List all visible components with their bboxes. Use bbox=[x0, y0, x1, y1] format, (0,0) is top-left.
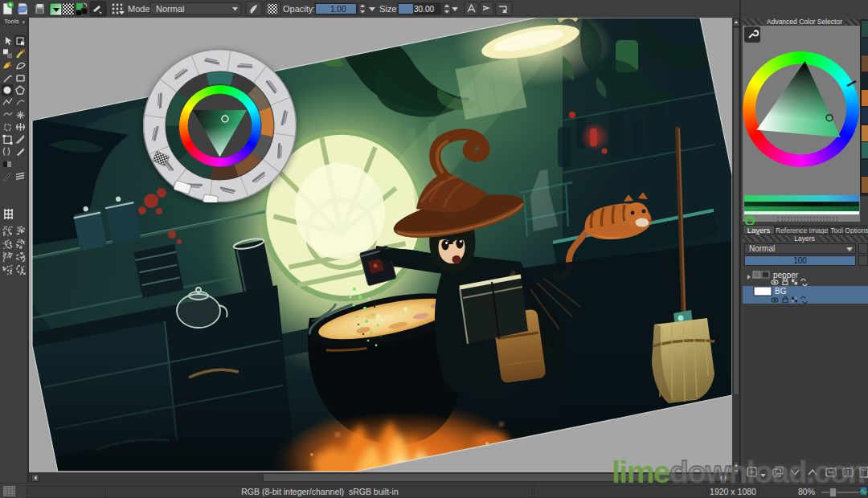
svg-text:Mode:: Mode: bbox=[128, 4, 153, 14]
svg-text:Size:: Size: bbox=[379, 4, 399, 14]
svg-text:1.00: 1.00 bbox=[330, 5, 346, 14]
svg-text:Normal: Normal bbox=[156, 4, 184, 14]
svg-text:Opacity:: Opacity: bbox=[283, 4, 315, 14]
svg-text:BG: BG bbox=[775, 287, 787, 296]
svg-text:30.00: 30.00 bbox=[414, 5, 434, 14]
